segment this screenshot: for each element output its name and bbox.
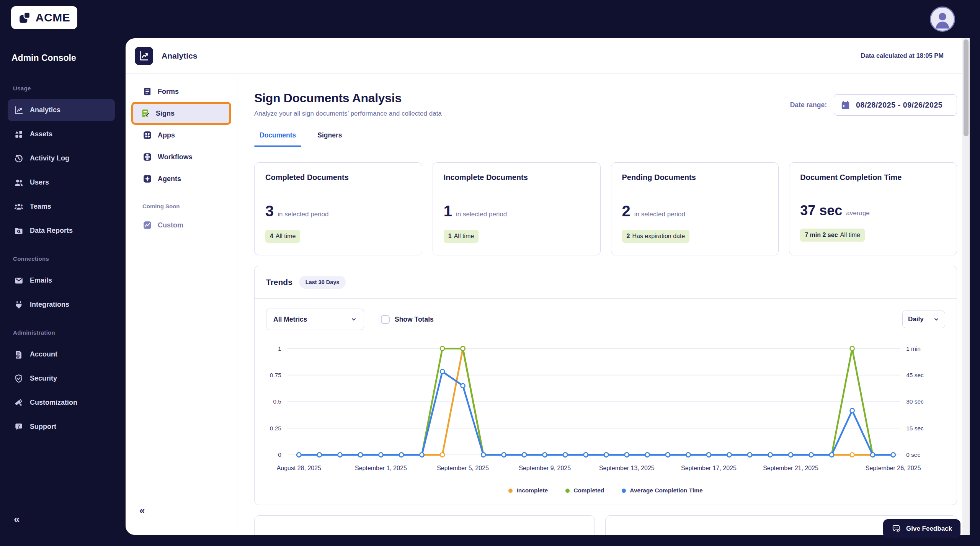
date-range-picker[interactable]: 08/28/2025 - 09/26/2025 [834, 94, 957, 116]
sidebar-item-label: Security [30, 374, 57, 383]
svg-text:0.5: 0.5 [273, 399, 281, 405]
panel-scrollbar[interactable] [962, 38, 970, 535]
sidebar-item-label: Activity Log [30, 154, 69, 162]
sidebar-item-activity-log[interactable]: Activity Log [8, 147, 115, 169]
teams-icon [14, 202, 24, 212]
partial-card-left [254, 515, 595, 535]
custom-icon [142, 220, 152, 230]
svg-text:0.75: 0.75 [270, 372, 281, 378]
sidebar-item-account[interactable]: $Account [8, 343, 115, 365]
svg-text:September 26, 2025: September 26, 2025 [866, 465, 921, 471]
tab-documents[interactable]: Documents [260, 131, 296, 146]
sidebar-item-label: Analytics [30, 106, 60, 114]
subnav-coming-items: Custom [126, 216, 237, 235]
sidebar-item-label: Integrations [30, 301, 69, 309]
stat-value: 1 [444, 203, 452, 220]
legend-label: Average Completion Time [630, 487, 702, 494]
assets-icon [14, 129, 24, 139]
stat-badge: 7 min 2 secAll time [800, 229, 865, 242]
sidebar-collapse-button[interactable]: « [14, 513, 20, 525]
forms-icon [142, 87, 152, 96]
give-feedback-label: Give Feedback [906, 525, 952, 533]
signs-icon [140, 108, 150, 118]
panel-header: Analytics Data calculated at 18:05 PM [126, 38, 970, 74]
acme-logo-icon [18, 11, 32, 25]
svg-text:0 sec: 0 sec [906, 451, 920, 458]
tab-signers[interactable]: Signers [317, 131, 342, 146]
show-totals-checkbox[interactable] [381, 315, 390, 324]
subnav-collapse-button[interactable]: « [139, 505, 145, 517]
interval-select-value: Daily [908, 316, 924, 323]
stat-suffix: in selected period [456, 211, 507, 218]
sidebar-item-label: Teams [30, 203, 51, 211]
stat-suffix: in selected period [634, 211, 685, 218]
stat-cards-row: Completed Documents3in selected period4A… [254, 162, 957, 255]
integrations-icon [14, 300, 24, 310]
sidebar-item-teams[interactable]: Teams [8, 196, 115, 217]
trends-chart: 00.250.50.7510 sec15 sec30 sec45 sec1 mi… [255, 332, 957, 485]
subnav-item-label: Forms [158, 88, 179, 96]
subnav-item-signs[interactable]: Signs [131, 102, 231, 125]
sidebar-section-label: Administration [13, 329, 122, 336]
legend-item-average-completion-time: Average Completion Time [622, 487, 702, 494]
stat-suffix: in selected period [278, 211, 328, 218]
stat-badge: 1All time [444, 230, 479, 243]
legend-item-incomplete: Incomplete [508, 487, 548, 494]
subnav-item-label: Workflows [158, 153, 193, 161]
next-section-row [254, 515, 957, 535]
subnav-item-agents[interactable]: Agents [133, 169, 229, 188]
stat-card-completed-documents: Completed Documents3in selected period4A… [254, 162, 422, 255]
subnav-item-apps[interactable]: Apps [133, 126, 229, 145]
give-feedback-button[interactable]: Give Feedback [883, 519, 960, 538]
sidebar-item-integrations[interactable]: Integrations [8, 294, 115, 316]
sidebar-item-security[interactable]: Security [8, 368, 115, 389]
apps-icon [142, 130, 152, 140]
svg-text:September 17, 2025: September 17, 2025 [681, 465, 737, 471]
stat-value: 37 sec [800, 203, 842, 219]
acme-logo[interactable]: ACME [11, 6, 77, 29]
svg-text:15 sec: 15 sec [906, 425, 924, 432]
stat-suffix: average [846, 209, 869, 217]
tabs: DocumentsSigners [254, 131, 957, 146]
sidebar-item-assets[interactable]: Assets [8, 123, 115, 145]
stat-card-title: Incomplete Documents [433, 163, 600, 191]
sidebar-item-emails[interactable]: Emails [8, 270, 115, 291]
sidebar-item-label: Account [30, 350, 57, 358]
sidebar-item-customization[interactable]: Customization [8, 392, 115, 414]
stat-card-pending-documents: Pending Documents2in selected period2Has… [611, 162, 779, 255]
sidebar-item-label: Emails [30, 276, 52, 284]
sidebar-item-data-reports[interactable]: Data Reports [8, 220, 115, 242]
sidebar-item-analytics[interactable]: Analytics [8, 99, 115, 121]
svg-text:30 sec: 30 sec [906, 399, 924, 405]
customization-icon [14, 398, 24, 408]
security-icon [14, 374, 24, 384]
scrollbar-thumb[interactable] [964, 39, 969, 136]
stat-card-title: Completed Documents [255, 163, 422, 191]
stat-card-title: Document Completion Time [789, 163, 957, 191]
interval-select[interactable]: Daily [902, 311, 945, 328]
user-avatar[interactable] [930, 7, 955, 32]
stat-card-incomplete-documents: Incomplete Documents1in selected period1… [433, 162, 601, 255]
subnav-item-custom[interactable]: Custom [133, 216, 229, 235]
svg-text:August 28, 2025: August 28, 2025 [277, 465, 321, 471]
subnav-item-forms[interactable]: Forms [133, 82, 229, 101]
svg-text:1: 1 [278, 345, 281, 352]
svg-text:September 5, 2025: September 5, 2025 [437, 465, 489, 471]
calendar-icon [840, 100, 851, 110]
workflows-icon [142, 152, 152, 162]
sidebar-item-users[interactable]: Users [8, 172, 115, 193]
subnav-item-workflows[interactable]: Workflows [133, 147, 229, 167]
svg-text:$: $ [17, 355, 19, 358]
console-title: Admin Console [11, 53, 76, 63]
metrics-select[interactable]: All Metrics [266, 309, 364, 330]
sidebar-item-label: Users [30, 178, 49, 186]
sidebar-section-label: Usage [13, 85, 122, 92]
sidebar-item-support[interactable]: ?Support [8, 416, 115, 438]
stat-badge: 2Has expiration date [622, 230, 690, 243]
feedback-icon [892, 524, 902, 534]
stat-card-title: Pending Documents [611, 163, 779, 191]
analytics-app-icon [135, 47, 153, 65]
metrics-select-value: All Metrics [273, 316, 307, 324]
sidebar-item-label: Support [30, 423, 56, 431]
svg-text:0.25: 0.25 [270, 425, 281, 432]
